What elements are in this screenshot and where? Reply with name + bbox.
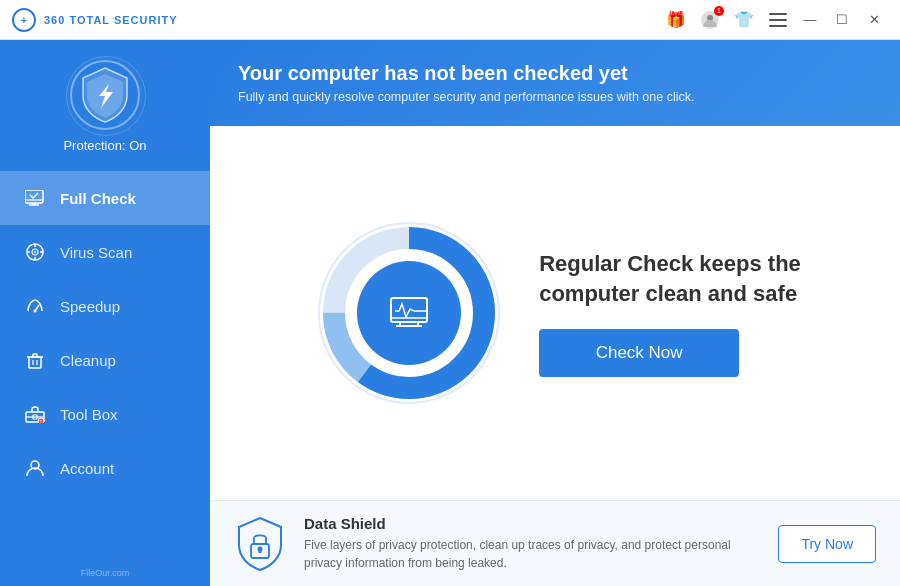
- sidebar-label-virus-scan: Virus Scan: [60, 244, 132, 261]
- maximize-button[interactable]: ☐: [828, 6, 856, 34]
- check-title: Regular Check keeps thecomputer clean an…: [539, 249, 801, 308]
- bottom-text: Data Shield Five layers of privacy prote…: [304, 515, 760, 572]
- svg-rect-6: [769, 25, 787, 27]
- main-content: Your computer has not been checked yet F…: [210, 40, 900, 586]
- theme-icon[interactable]: 👕: [734, 10, 754, 30]
- top-banner: Your computer has not been checked yet F…: [210, 40, 900, 126]
- svg-point-19: [34, 310, 37, 313]
- sidebar-item-toolbox[interactable]: ! Tool Box: [0, 387, 210, 441]
- full-check-icon: [24, 187, 46, 209]
- svg-rect-45: [259, 549, 262, 553]
- titlebar-icons: 🎁 1 👕: [666, 10, 788, 30]
- app-name: 360 TOTAL SECURITY: [44, 14, 178, 26]
- bottom-banner: Data Shield Five layers of privacy prote…: [210, 500, 900, 586]
- sidebar-label-account: Account: [60, 460, 114, 477]
- sidebar-footer: FileOur.com: [0, 560, 210, 586]
- notification-icon[interactable]: 1: [700, 10, 720, 30]
- toolbox-icon: !: [24, 403, 46, 425]
- check-now-button[interactable]: Check Now: [539, 329, 739, 377]
- data-shield-desc: Five layers of privacy protection, clean…: [304, 536, 760, 572]
- gift-icon[interactable]: 🎁: [666, 10, 686, 30]
- sidebar: Protection: On Full Check: [0, 40, 210, 586]
- svg-text:!: !: [40, 419, 41, 423]
- sidebar-label-toolbox: Tool Box: [60, 406, 118, 423]
- minimize-button[interactable]: —: [796, 6, 824, 34]
- try-now-button[interactable]: Try Now: [778, 525, 876, 563]
- donut-chart: [309, 213, 509, 413]
- banner-subtitle: Fully and quickly resolve computer secur…: [238, 90, 694, 104]
- shield-ring: [70, 60, 140, 130]
- app-logo: + 360 TOTAL SECURITY: [12, 8, 666, 32]
- sidebar-item-speedup[interactable]: Speedup: [0, 279, 210, 333]
- window-controls: — ☐ ✕: [796, 6, 888, 34]
- account-icon: [24, 457, 46, 479]
- svg-point-37: [357, 261, 461, 365]
- watermark-text: FileOur.com: [81, 568, 130, 578]
- sidebar-label-full-check: Full Check: [60, 190, 136, 207]
- sidebar-item-virus-scan[interactable]: Virus Scan: [0, 225, 210, 279]
- data-shield-icon: [234, 518, 286, 570]
- virus-scan-icon: [24, 241, 46, 263]
- sidebar-item-cleanup[interactable]: Cleanup: [0, 333, 210, 387]
- close-button[interactable]: ✕: [860, 6, 888, 34]
- main-layout: Protection: On Full Check: [0, 40, 900, 586]
- banner-title: Your computer has not been checked yet: [238, 62, 694, 85]
- sidebar-label-speedup: Speedup: [60, 298, 120, 315]
- speedup-icon: [24, 295, 46, 317]
- sidebar-label-cleanup: Cleanup: [60, 352, 116, 369]
- banner-text: Your computer has not been checked yet F…: [238, 62, 694, 104]
- data-shield-title: Data Shield: [304, 515, 760, 532]
- cleanup-icon: [24, 349, 46, 371]
- menu-icon[interactable]: [768, 10, 788, 30]
- sidebar-header: Protection: On: [0, 40, 210, 171]
- sidebar-item-account[interactable]: Account: [0, 441, 210, 495]
- sidebar-item-full-check[interactable]: Full Check: [0, 171, 210, 225]
- svg-text:+: +: [21, 15, 27, 26]
- svg-rect-4: [769, 13, 787, 15]
- middle-section: Regular Check keeps thecomputer clean an…: [210, 126, 900, 500]
- protection-status: Protection: On: [63, 138, 146, 153]
- svg-rect-5: [769, 19, 787, 21]
- sidebar-nav: Full Check Virus Scan: [0, 171, 210, 560]
- svg-rect-20: [29, 357, 41, 368]
- svg-point-17: [34, 251, 36, 253]
- donut-svg: [309, 213, 509, 413]
- check-info: Regular Check keeps thecomputer clean an…: [539, 249, 801, 376]
- titlebar: + 360 TOTAL SECURITY 🎁 1 👕: [0, 0, 900, 40]
- app-logo-icon: +: [12, 8, 36, 32]
- shield-container: [70, 60, 140, 130]
